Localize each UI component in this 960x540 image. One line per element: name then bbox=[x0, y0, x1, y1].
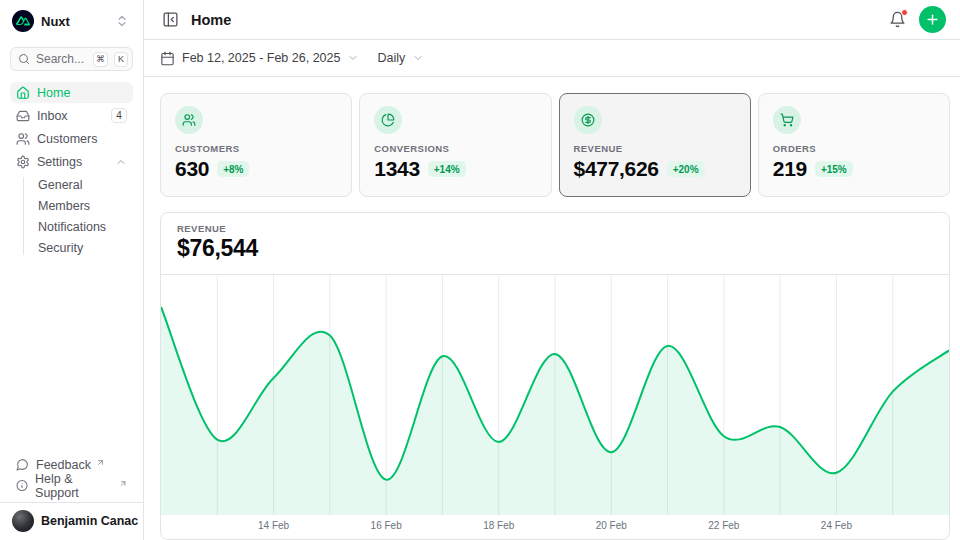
user-name: Benjamin Canac bbox=[41, 514, 138, 528]
sidebar-item-label: Customers bbox=[37, 132, 127, 146]
stat-delta-badge: +15% bbox=[815, 161, 853, 177]
inbox-icon bbox=[16, 109, 30, 123]
sidebar-item-inbox[interactable]: Inbox 4 bbox=[10, 105, 133, 126]
date-range-picker[interactable]: Feb 12, 2025 - Feb 26, 2025 bbox=[160, 51, 359, 66]
x-axis-tick: 22 Feb bbox=[708, 520, 739, 531]
help-support-link[interactable]: Help & Support bbox=[10, 475, 133, 496]
sub-item-label: Security bbox=[38, 241, 83, 255]
sidebar-item-notifications[interactable]: Notifications bbox=[34, 216, 133, 237]
stat-card-conversions[interactable]: CONVERSIONS 1343 +14% bbox=[359, 93, 551, 197]
x-axis-tick: 20 Feb bbox=[596, 520, 627, 531]
stats-grid: CUSTOMERS 630 +8% CONVERSIONS 1343 +14% bbox=[160, 93, 950, 197]
period-value: Daily bbox=[377, 51, 405, 65]
info-icon bbox=[16, 479, 28, 492]
x-axis-tick: 24 Feb bbox=[821, 520, 852, 531]
stat-label: ORDERS bbox=[773, 143, 935, 154]
dollar-sign-icon bbox=[581, 113, 595, 127]
stat-label: CONVERSIONS bbox=[374, 143, 536, 154]
sidebar-item-general[interactable]: General bbox=[34, 174, 133, 195]
stat-card-orders[interactable]: ORDERS 219 +15% bbox=[758, 93, 950, 197]
date-range-value: Feb 12, 2025 - Feb 26, 2025 bbox=[182, 51, 340, 65]
stat-value: 1343 bbox=[374, 157, 420, 181]
notification-dot bbox=[901, 9, 908, 16]
arrow-up-right-icon bbox=[96, 458, 105, 467]
revenue-chart-svg bbox=[161, 275, 949, 515]
add-button[interactable] bbox=[919, 6, 946, 33]
stat-icon-circle bbox=[773, 106, 801, 134]
message-circle-icon bbox=[16, 458, 29, 471]
sidebar-item-home[interactable]: Home bbox=[10, 82, 133, 103]
filters-toolbar: Feb 12, 2025 - Feb 26, 2025 Daily bbox=[144, 40, 960, 77]
stat-delta-badge: +20% bbox=[667, 161, 705, 177]
arrow-up-right-icon bbox=[119, 479, 127, 488]
stat-card-customers[interactable]: CUSTOMERS 630 +8% bbox=[160, 93, 352, 197]
sub-item-label: General bbox=[38, 178, 82, 192]
nuxt-logo-icon bbox=[12, 10, 34, 32]
main-area: Home Feb 12, 2025 - Feb 26, 2025 Daily bbox=[144, 0, 960, 540]
kbd-k: K bbox=[114, 52, 128, 67]
sidebar-item-members[interactable]: Members bbox=[34, 195, 133, 216]
page-header: Home bbox=[144, 0, 960, 40]
chart-total-value: $76,544 bbox=[177, 235, 933, 262]
sidebar-item-customers[interactable]: Customers bbox=[10, 128, 133, 149]
search-icon bbox=[18, 53, 30, 65]
footer-link-label: Feedback bbox=[36, 458, 91, 472]
stat-label: CUSTOMERS bbox=[175, 143, 337, 154]
x-axis-tick: 16 Feb bbox=[371, 520, 402, 531]
chevrons-up-down-icon bbox=[115, 14, 129, 28]
revenue-chart-card: REVENUE $76,544 14 Feb16 Feb18 Feb20 Feb… bbox=[160, 212, 950, 540]
stat-value: 630 bbox=[175, 157, 209, 181]
stat-icon-circle bbox=[374, 106, 402, 134]
sidebar-item-label: Home bbox=[37, 86, 127, 100]
users-icon bbox=[182, 113, 196, 127]
chevron-down-icon bbox=[347, 52, 359, 64]
stat-card-revenue[interactable]: REVENUE $477,626 +20% bbox=[559, 93, 751, 197]
sidebar-item-label: Settings bbox=[37, 155, 108, 169]
kbd-cmd: ⌘ bbox=[93, 52, 108, 67]
page-title: Home bbox=[191, 12, 231, 28]
calendar-icon bbox=[160, 51, 175, 66]
stat-value: $477,626 bbox=[574, 157, 659, 181]
workspace-switcher[interactable]: Nuxt bbox=[10, 8, 133, 34]
stat-icon-circle bbox=[574, 106, 602, 134]
stat-icon-circle bbox=[175, 106, 203, 134]
stat-delta-badge: +8% bbox=[217, 161, 249, 177]
sidebar-item-security[interactable]: Security bbox=[34, 237, 133, 258]
users-icon bbox=[16, 132, 30, 146]
chart-label: REVENUE bbox=[177, 223, 933, 234]
panel-left-close-icon bbox=[162, 11, 179, 28]
stat-delta-badge: +14% bbox=[428, 161, 466, 177]
settings-submenu: General Members Notifications Security bbox=[10, 174, 133, 258]
chevron-down-icon bbox=[412, 52, 424, 64]
pie-chart-icon bbox=[381, 113, 395, 127]
stat-label: REVENUE bbox=[574, 143, 736, 154]
content: CUSTOMERS 630 +8% CONVERSIONS 1343 +14% bbox=[144, 77, 960, 540]
house-icon bbox=[16, 86, 30, 100]
footer-link-label: Help & Support bbox=[35, 472, 114, 500]
gear-icon bbox=[16, 155, 30, 169]
sidebar: Nuxt Search... ⌘ K Home Inbox 4 Customer… bbox=[0, 0, 144, 540]
x-axis-tick: 14 Feb bbox=[258, 520, 289, 531]
plus-icon bbox=[925, 12, 940, 27]
sidebar-spacer bbox=[10, 260, 133, 454]
avatar bbox=[12, 510, 34, 532]
sidebar-item-label: Inbox bbox=[37, 109, 104, 123]
sidebar-collapse-button[interactable] bbox=[158, 8, 182, 32]
search-input[interactable]: Search... ⌘ K bbox=[10, 47, 133, 71]
notifications-button[interactable] bbox=[885, 8, 909, 32]
inbox-count-badge: 4 bbox=[111, 108, 127, 123]
workspace-name: Nuxt bbox=[41, 14, 108, 29]
chart-x-axis: 14 Feb16 Feb18 Feb20 Feb22 Feb24 Feb bbox=[161, 515, 949, 539]
search-placeholder: Search... bbox=[36, 52, 87, 66]
period-select[interactable]: Daily bbox=[377, 51, 424, 65]
x-axis-tick: 18 Feb bbox=[483, 520, 514, 531]
sidebar-item-settings[interactable]: Settings bbox=[10, 151, 133, 172]
sidebar-nav: Home Inbox 4 Customers Settings General … bbox=[10, 82, 133, 260]
user-menu[interactable]: Benjamin Canac bbox=[10, 503, 133, 534]
chart-header: REVENUE $76,544 bbox=[161, 213, 949, 275]
cart-icon bbox=[780, 113, 794, 127]
stat-value: 219 bbox=[773, 157, 807, 181]
sub-item-label: Notifications bbox=[38, 220, 106, 234]
chevron-up-icon bbox=[115, 156, 127, 168]
chart-plot-area[interactable] bbox=[161, 275, 949, 515]
